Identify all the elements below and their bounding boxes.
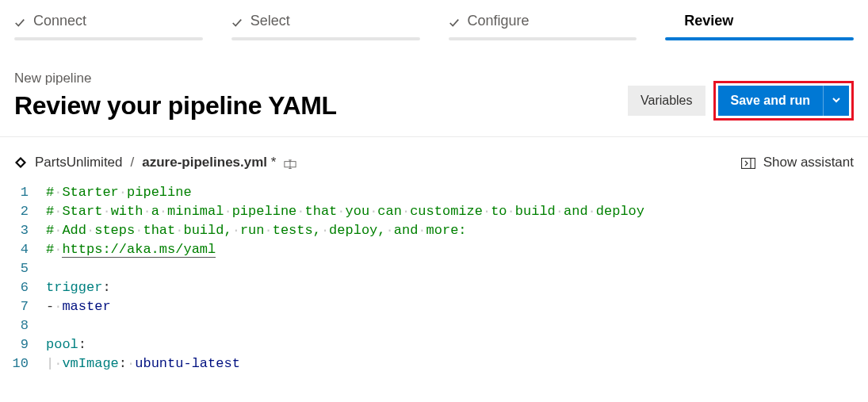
line-content[interactable]: #·Add·steps·that·build,·run·tests,·deplo… — [46, 221, 467, 240]
editor-line: 8 — [0, 316, 868, 335]
check-icon — [14, 16, 25, 27]
step-label: Review — [684, 13, 733, 29]
yaml-editor[interactable]: 1#·Starter·pipeline2#·Start·with·a·minim… — [0, 178, 868, 373]
editor-line: 6trigger: — [0, 278, 868, 297]
panel-right-icon — [741, 157, 755, 168]
step-label: Connect — [33, 13, 86, 29]
line-number: 10 — [0, 354, 46, 373]
line-number: 9 — [0, 335, 46, 354]
line-content[interactable]: #·Starter·pipeline — [46, 183, 192, 202]
title-area: New pipeline Review your pipeline YAML V… — [0, 36, 868, 137]
line-content[interactable]: -·master — [46, 297, 111, 316]
editor-line: 7-·master — [0, 297, 868, 316]
step-label: Configure — [468, 13, 530, 29]
wizard-steps: Connect Select Configure Review — [0, 0, 868, 36]
editor-line: 3#·Add·steps·that·build,·run·tests,·depl… — [0, 221, 868, 240]
editor-line: 10|·vmImage:·ubuntu-latest — [0, 354, 868, 373]
chevron-down-icon — [832, 94, 841, 108]
line-number: 6 — [0, 278, 46, 297]
step-select[interactable]: Select — [217, 0, 434, 36]
step-label: Select — [250, 13, 290, 29]
editor-line: 1#·Starter·pipeline — [0, 183, 868, 202]
show-assistant-button[interactable]: Show assistant — [741, 155, 854, 170]
step-review[interactable]: Review — [651, 0, 868, 36]
page-title: Review your pipeline YAML — [14, 91, 337, 121]
line-number: 2 — [0, 202, 46, 221]
line-number: 8 — [0, 316, 46, 335]
line-number: 1 — [0, 183, 46, 202]
line-content[interactable]: |·vmImage:·ubuntu-latest — [46, 354, 240, 373]
breadcrumb-separator: / — [131, 155, 135, 170]
editor-line: 9pool: — [0, 335, 868, 354]
editor-line: 4#·https://aka.ms/yaml — [0, 240, 868, 259]
show-assistant-label: Show assistant — [763, 155, 854, 170]
check-icon — [231, 16, 243, 27]
step-configure[interactable]: Configure — [434, 0, 652, 36]
line-number: 7 — [0, 297, 46, 316]
repo-icon — [14, 156, 27, 169]
rename-icon[interactable] — [284, 157, 296, 168]
line-content[interactable]: pool: — [46, 335, 86, 354]
step-connect[interactable]: Connect — [0, 0, 217, 36]
line-content[interactable]: trigger: — [46, 278, 111, 297]
line-content[interactable]: #·https://aka.ms/yaml — [46, 240, 216, 259]
save-and-run-button[interactable]: Save and run — [718, 86, 823, 116]
page-subtitle: New pipeline — [14, 71, 337, 86]
line-content[interactable]: #·Start·with·a·minimal·pipeline·that·you… — [46, 202, 644, 221]
line-number: 4 — [0, 240, 46, 259]
file-path-row: PartsUnlimited / azure-pipelines.yml * S… — [0, 137, 868, 178]
line-number: 3 — [0, 221, 46, 240]
line-number: 5 — [0, 259, 46, 278]
breadcrumb-filename[interactable]: azure-pipelines.yml — [142, 155, 267, 170]
breadcrumb-project[interactable]: PartsUnlimited — [35, 155, 123, 170]
editor-line: 2#·Start·with·a·minimal·pipeline·that·yo… — [0, 202, 868, 221]
variables-button[interactable]: Variables — [628, 86, 705, 116]
check-icon — [449, 16, 460, 27]
svg-rect-4 — [741, 159, 755, 169]
annotation-highlight: Save and run — [713, 81, 854, 121]
editor-line: 5 — [0, 259, 868, 278]
save-and-run-dropdown[interactable] — [823, 86, 849, 116]
